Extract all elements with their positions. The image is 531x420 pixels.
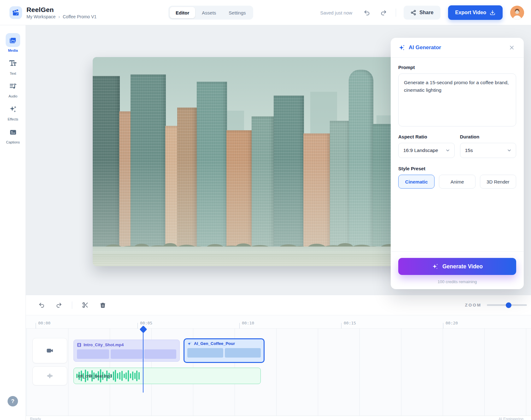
duration-select[interactable]: 15s bbox=[460, 143, 516, 158]
waveform-bar bbox=[138, 372, 140, 380]
aspect-ratio-value: 16:9 Landscape bbox=[403, 148, 438, 153]
preset-anime[interactable]: Anime bbox=[439, 175, 475, 189]
breadcrumb-project[interactable]: Coffee Promo V1 bbox=[63, 14, 96, 19]
ruler-tick bbox=[443, 323, 443, 329]
app-logo[interactable] bbox=[9, 6, 22, 19]
tab-settings[interactable]: Settings bbox=[223, 7, 252, 18]
prompt-input[interactable]: Generate a 15-second promo for a coffee … bbox=[398, 73, 516, 126]
skyline-building bbox=[349, 70, 373, 248]
sidebar-item-text[interactable]: Text bbox=[0, 57, 26, 75]
skyline-building bbox=[93, 76, 120, 248]
credits-remaining: 100 credits remaining bbox=[398, 279, 516, 284]
undo-button[interactable] bbox=[362, 8, 371, 17]
waveform-bar bbox=[119, 372, 120, 380]
effects-sparkles-icon bbox=[6, 102, 20, 116]
duration-label: Duration bbox=[460, 134, 516, 139]
generate-sparkles-icon bbox=[432, 263, 439, 270]
waveform-bar bbox=[125, 372, 127, 379]
sidebar-label: Effects bbox=[8, 117, 18, 121]
ai-panel-title: AI Generator bbox=[409, 44, 504, 51]
thumbnail bbox=[111, 349, 143, 359]
audio-track-header[interactable] bbox=[32, 366, 67, 385]
split-clip-button[interactable] bbox=[81, 300, 90, 310]
skyline-building bbox=[131, 74, 166, 248]
help-button[interactable]: ? bbox=[8, 396, 18, 406]
waveform-bar bbox=[117, 373, 118, 379]
timeline-edit-tools bbox=[26, 300, 107, 310]
share-button[interactable]: Share bbox=[404, 6, 440, 20]
generate-label: Generate Video bbox=[442, 263, 483, 270]
tab-assets[interactable]: Assets bbox=[196, 7, 222, 18]
status-left: Ready bbox=[30, 417, 41, 420]
close-panel-button[interactable] bbox=[507, 43, 516, 52]
close-icon bbox=[509, 44, 515, 51]
grid-line bbox=[68, 329, 68, 416]
ruler-time-label: 00:05 bbox=[140, 321, 152, 325]
thumbnail bbox=[187, 348, 223, 358]
tab-editor[interactable]: Editor bbox=[170, 7, 195, 18]
timeline-area[interactable]: 00:0000:0500:1000:1500:20 Intro_City_Sho… bbox=[26, 315, 531, 416]
text-icon bbox=[6, 57, 20, 70]
user-avatar[interactable] bbox=[510, 6, 524, 20]
ai-sparkles-icon bbox=[398, 44, 405, 51]
header-actions: Saved just now Share Export Vi bbox=[320, 0, 524, 25]
share-label: Share bbox=[419, 10, 433, 15]
sidebar-label: Audio bbox=[9, 94, 17, 98]
grid-line bbox=[484, 329, 485, 416]
clapperboard-pencil-icon bbox=[12, 9, 20, 16]
delete-clip-button[interactable] bbox=[98, 301, 107, 310]
generate-video-button[interactable]: Generate Video bbox=[398, 258, 516, 275]
ruler-tick bbox=[36, 323, 36, 329]
clip-thumbnails bbox=[187, 348, 261, 358]
waveform-bar bbox=[121, 371, 123, 381]
waveform-bar bbox=[130, 373, 131, 378]
breadcrumb-workspace[interactable]: My Workspace bbox=[26, 14, 55, 19]
timeline-undo-button[interactable] bbox=[37, 301, 46, 310]
view-tabs: Editor Assets Settings bbox=[168, 6, 253, 20]
zoom-control: ZOOM bbox=[465, 303, 527, 307]
skyline-building bbox=[226, 130, 252, 248]
trash-icon bbox=[100, 302, 106, 308]
skyline-building bbox=[330, 121, 351, 248]
video-camera-icon bbox=[46, 347, 53, 354]
header-divider bbox=[396, 9, 396, 17]
aspect-ratio-select[interactable]: 16:9 Landscape bbox=[398, 143, 455, 158]
status-right: AI Engineering bbox=[499, 417, 523, 420]
ruler-time-label: 00:20 bbox=[446, 321, 458, 325]
avatar-person-icon bbox=[510, 6, 524, 20]
waveform-bar bbox=[134, 373, 136, 379]
zoom-label: ZOOM bbox=[465, 303, 482, 307]
timeline-toolbar: ZOOM bbox=[26, 295, 531, 315]
waveform-bar bbox=[113, 371, 114, 380]
app-name: ReelGen bbox=[26, 6, 96, 14]
timeline-redo-button[interactable] bbox=[55, 301, 63, 310]
style-preset-group: Cinematic Anime 3D Render bbox=[398, 175, 516, 189]
options-row: Aspect Ratio 16:9 Landscape Duration 15s bbox=[398, 134, 516, 158]
clip-ai-gen-coffee-pour[interactable]: AI_Gen_Coffee_Pour bbox=[184, 338, 265, 363]
grid-line bbox=[443, 329, 443, 416]
preset-cinematic[interactable]: Cinematic bbox=[398, 175, 435, 189]
sidebar-item-effects[interactable]: Effects bbox=[0, 102, 26, 121]
export-video-button[interactable]: Export Video bbox=[448, 5, 503, 20]
timeline-ruler[interactable]: 00:0000:0500:1000:1500:20 bbox=[26, 315, 531, 329]
redo-button[interactable] bbox=[379, 8, 388, 17]
zoom-slider-thumb[interactable] bbox=[506, 302, 511, 308]
sidebar-item-captions[interactable]: Captions bbox=[0, 125, 26, 144]
style-preset-label: Style Preset bbox=[398, 166, 516, 171]
ruler-tick bbox=[239, 323, 240, 329]
sidebar-item-media[interactable]: Media bbox=[0, 33, 26, 52]
preset-3d-render[interactable]: 3D Render bbox=[480, 175, 516, 189]
grid-line bbox=[276, 329, 277, 416]
sidebar-item-audio[interactable]: Audio bbox=[0, 79, 26, 98]
waveform-bar bbox=[128, 370, 129, 382]
scissors-icon bbox=[82, 302, 89, 308]
title-block: ReelGen My Workspace › Coffee Promo V1 bbox=[26, 6, 96, 19]
ruler-tick bbox=[137, 323, 138, 329]
video-track-header[interactable] bbox=[32, 338, 67, 363]
ai-sparkle-icon bbox=[187, 341, 192, 346]
clip-lofi-chill-beat[interactable]: lofi_chill_beat.mp3 bbox=[73, 368, 261, 384]
ruler-time-label: 00:10 bbox=[242, 321, 254, 325]
clip-intro-city-shot[interactable]: Intro_City_Shot.mp4 bbox=[73, 340, 180, 362]
zoom-slider[interactable] bbox=[487, 304, 527, 306]
waveform-bar bbox=[76, 374, 78, 378]
